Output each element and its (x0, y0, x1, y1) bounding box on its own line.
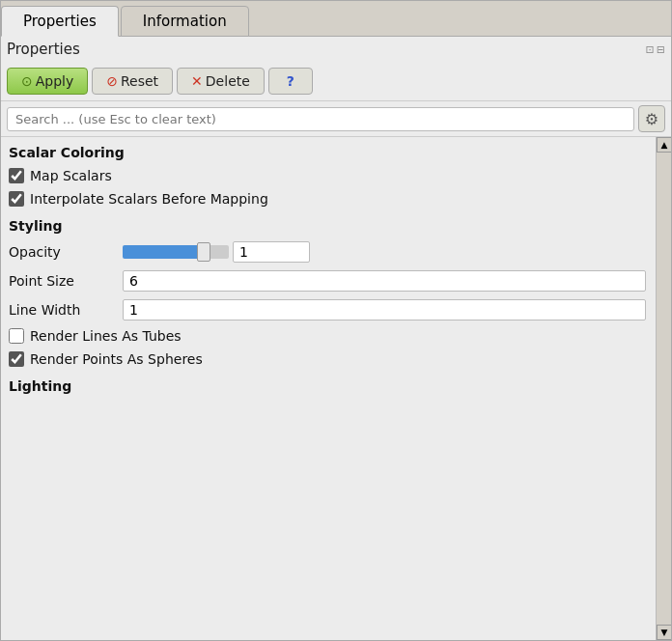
content-area: Scalar Coloring Map Scalars Interpolate … (1, 137, 671, 640)
scroll-up-button[interactable]: ▲ (657, 137, 671, 153)
title-icons: ⊡ ⊟ (646, 43, 665, 56)
search-gear-button[interactable]: ⚙ (638, 105, 665, 132)
main-window: Properties Information Properties ⊡ ⊟ ⊙ … (0, 0, 672, 641)
opacity-slider[interactable] (123, 245, 229, 259)
tab-bar: Properties Information (1, 1, 671, 37)
reset-button[interactable]: ⊘ Reset (92, 68, 173, 95)
page-title-bar: Properties ⊡ ⊟ (1, 37, 671, 62)
section-scalar-coloring: Scalar Coloring (1, 137, 654, 164)
toolbar: ⊙ Apply ⊘ Reset ✕ Delete ? (1, 62, 671, 101)
prop-point-size: Point Size (1, 266, 654, 295)
tab-properties[interactable]: Properties (1, 6, 119, 37)
opacity-label: Opacity (9, 244, 115, 260)
render-points-spheres-checkbox[interactable] (9, 351, 24, 367)
apply-icon: ⊙ (21, 73, 33, 89)
gear-icon: ⚙ (645, 110, 658, 128)
opacity-input[interactable] (233, 241, 310, 263)
search-input[interactable] (7, 107, 634, 131)
render-lines-tubes-checkbox[interactable] (9, 328, 24, 344)
reset-icon: ⊘ (106, 73, 118, 89)
interpolate-scalars-checkbox[interactable] (9, 191, 24, 207)
page-title: Properties (7, 41, 80, 58)
scroll-track (657, 153, 671, 625)
prop-opacity: Opacity (1, 237, 654, 266)
delete-icon: ✕ (191, 73, 203, 89)
opacity-slider-container (123, 241, 646, 263)
map-scalars-checkbox[interactable] (9, 168, 24, 183)
prop-line-width: Line Width (1, 295, 654, 324)
scrollbar: ▲ ▼ (656, 137, 671, 640)
float-icon[interactable]: ⊟ (657, 43, 665, 56)
tab-information[interactable]: Information (121, 6, 249, 37)
line-width-label: Line Width (9, 302, 115, 318)
dock-icon[interactable]: ⊡ (646, 43, 655, 56)
section-styling: Styling (1, 210, 654, 237)
scroll-down-button[interactable]: ▼ (657, 625, 671, 640)
delete-button[interactable]: ✕ Delete (177, 68, 265, 95)
line-width-input[interactable] (123, 299, 646, 320)
point-size-label: Point Size (9, 273, 115, 289)
section-lighting: Lighting (1, 371, 654, 398)
checkbox-interpolate-scalars: Interpolate Scalars Before Mapping (1, 187, 654, 210)
help-button[interactable]: ? (268, 68, 313, 95)
search-bar: ⚙ (1, 101, 671, 137)
checkbox-render-lines-tubes: Render Lines As Tubes (1, 324, 654, 348)
checkbox-map-scalars: Map Scalars (1, 164, 654, 187)
apply-button[interactable]: ⊙ Apply (7, 68, 88, 95)
checkbox-render-points-spheres: Render Points As Spheres (1, 348, 654, 371)
point-size-input[interactable] (123, 270, 646, 292)
